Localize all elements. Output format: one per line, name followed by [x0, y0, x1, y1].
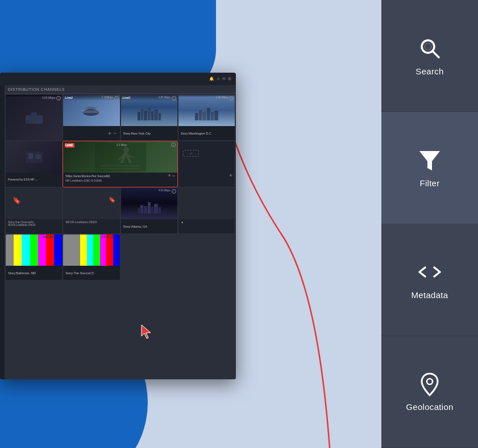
svg-rect-14	[199, 110, 202, 120]
svg-rect-31	[154, 204, 158, 213]
svg-rect-34	[149, 204, 149, 204]
sidebar-item-search[interactable]: Search	[381, 0, 478, 112]
window-titlebar: 🔔 ⚠ ✉ ⊞	[0, 73, 236, 85]
svg-rect-28	[144, 206, 147, 213]
svg-rect-1	[31, 112, 37, 115]
video-tile-1[interactable]: 4.00 Mbps i Story:The Capitol 👁 ✂ NP-Liv…	[6, 95, 62, 140]
svg-rect-15	[202, 112, 206, 120]
svg-marker-39	[419, 151, 440, 170]
svg-rect-30	[151, 207, 153, 213]
svg-rect-8	[144, 111, 147, 120]
svg-point-5	[85, 107, 97, 109]
svg-rect-7	[141, 109, 143, 120]
svg-rect-35	[155, 206, 156, 206]
svg-rect-10	[151, 111, 153, 120]
filter-label: Filter	[419, 178, 439, 188]
svg-rect-21	[35, 154, 41, 159]
sidebar-item-geolocation[interactable]: Geolocation	[381, 336, 478, 448]
svg-rect-11	[154, 110, 158, 120]
svg-rect-27	[140, 205, 143, 213]
svg-point-38	[425, 43, 431, 50]
svg-rect-3	[81, 111, 98, 113]
filter-icon	[417, 148, 442, 173]
metadata-label: Metadata	[412, 290, 448, 300]
svg-rect-33	[141, 207, 142, 207]
video-tile-13[interactable]: 2.95 Mbps Story:The SourceCC NP-LiveMatr…	[63, 235, 119, 280]
video-tile-12-baltimore[interactable]: 4.93 Mbps Story:Baltimore, MD WIZ-LiveMa…	[6, 235, 62, 280]
svg-rect-18	[214, 111, 218, 120]
svg-rect-6	[138, 112, 140, 120]
video-tile-7[interactable]: 🏷 👁	[178, 141, 235, 187]
app-content: DISTRIBUTION CHANNELS 4.00 Mbps i Story:…	[5, 85, 236, 379]
right-sidebar: Search Filter Metadata Geolocation	[381, 0, 478, 448]
svg-line-37	[433, 51, 439, 57]
geolocation-icon	[417, 371, 442, 396]
svg-rect-20	[28, 153, 33, 159]
svg-rect-32	[159, 207, 161, 213]
section-label: DISTRIBUTION CHANNELS	[5, 85, 236, 94]
search-icon	[417, 36, 442, 61]
svg-rect-9	[148, 107, 151, 120]
svg-rect-26	[138, 208, 140, 213]
search-label: Search	[415, 66, 443, 76]
video-grid: 4.00 Mbps i Story:The Capitol 👁 ✂ NP-Liv…	[5, 94, 236, 281]
svg-rect-16	[207, 108, 210, 120]
app-window: 🔔 ⚠ ✉ ⊞ DISTRIBUTION CHANNELS 4.00 Mbps …	[0, 73, 236, 379]
svg-rect-17	[211, 112, 214, 120]
video-tile-9[interactable]: 🔖 WFOR-LiveMatrix-05620	[63, 188, 119, 233]
video-tile-5[interactable]: Powered by ESS-NP-NYC-Rem-AC 👁✂	[6, 141, 62, 187]
video-tile-10[interactable]: 4.00 Mbps i Story:Atlanta, GA 33-WGCL-Li…	[121, 188, 177, 233]
svg-rect-12	[159, 113, 161, 120]
video-tile-11[interactable]: ▲	[178, 188, 235, 233]
video-tile-4[interactable]: i 3.95 Mbps Story:Washington D.C WCSA-Li…	[178, 95, 235, 140]
sidebar-item-filter[interactable]: Filter	[381, 112, 478, 224]
video-tile-3[interactable]: LiveU i 3.95 Mbps Story:New York City NC…	[121, 95, 177, 140]
video-tile-8[interactable]: 🔖 Story:San SourceAC NOVA-LiveMatrix-056…	[6, 188, 62, 233]
code-icon	[417, 259, 442, 284]
svg-rect-0	[26, 115, 43, 124]
sidebar-item-metadata[interactable]: Metadata	[381, 224, 478, 336]
geolocation-label: Geolocation	[406, 402, 453, 412]
svg-rect-13	[195, 113, 198, 120]
video-tile-6-live[interactable]: LIVE LiveU 3.5 Mbps i 50fps Santa Monica…	[63, 141, 177, 187]
video-tile-2[interactable]: LiveU i 7.19Mbps 👁 ✂ ATN-LiveMatrix-0311…	[63, 95, 119, 140]
app-left-sidebar	[0, 85, 5, 379]
svg-point-40	[427, 379, 433, 384]
